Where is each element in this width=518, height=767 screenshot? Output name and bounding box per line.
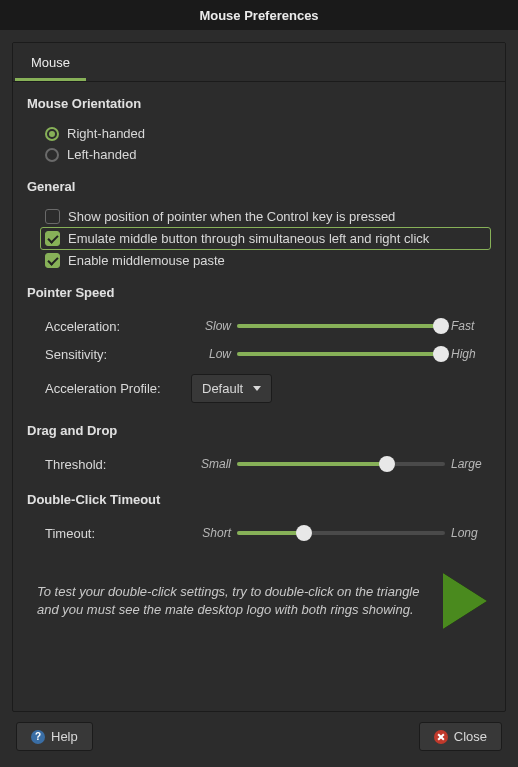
tab-content: Mouse Orientation Right-handedLeft-hande… [13,82,505,711]
slider-timeout: Timeout:ShortLong [45,519,491,547]
slider-label: Sensitivity: [45,347,185,362]
radio-label: Left-handed [67,147,136,162]
slider-track[interactable] [237,318,445,334]
checkbox-row[interactable]: Emulate middle button through simultaneo… [40,227,491,250]
slider-threshold: Threshold:SmallLarge [45,450,491,478]
general-group: Show position of pointer when the Contro… [27,206,491,271]
slider-sensitivity-: Sensitivity:LowHigh [45,340,491,368]
slider-min-label: Small [191,457,231,471]
play-triangle-icon[interactable] [443,573,487,629]
close-icon [434,730,448,744]
acceleration-profile-row: Acceleration Profile:Default [45,368,491,409]
speed-group: Acceleration:SlowFastSensitivity:LowHigh… [27,312,491,409]
radio-left-handed[interactable]: Left-handed [45,144,491,165]
section-general: General [27,179,491,194]
help-button-label: Help [51,729,78,744]
close-button-label: Close [454,729,487,744]
slider-min-label: Slow [191,319,231,333]
main-panel: Mouse Mouse Orientation Right-handedLeft… [12,42,506,712]
combo-value: Default [202,381,243,396]
slider-min-label: Low [191,347,231,361]
slider-track[interactable] [237,346,445,362]
slider-thumb[interactable] [296,525,312,541]
slider-min-label: Short [191,526,231,540]
radio-label: Right-handed [67,126,145,141]
slider-thumb[interactable] [433,318,449,334]
content-area: Mouse Mouse Orientation Right-handedLeft… [0,30,518,767]
radio-icon [45,148,59,162]
section-pointer-speed: Pointer Speed [27,285,491,300]
checkbox-icon [45,253,60,268]
slider-max-label: Fast [451,319,491,333]
checkbox-icon [45,231,60,246]
combo-label: Acceleration Profile: [45,381,185,396]
checkbox-row[interactable]: Enable middlemouse paste [45,250,491,271]
slider-label: Acceleration: [45,319,185,334]
slider-thumb[interactable] [433,346,449,362]
checkbox-icon [45,209,60,224]
checkbox-label: Enable middlemouse paste [68,253,225,268]
chevron-down-icon [253,386,261,391]
slider-max-label: Long [451,526,491,540]
section-double-click: Double-Click Timeout [27,492,491,507]
acceleration-profile-combo[interactable]: Default [191,374,272,403]
slider-track[interactable] [237,525,445,541]
slider-acceleration-: Acceleration:SlowFast [45,312,491,340]
window: Mouse Preferences Mouse Mouse Orientatio… [0,0,518,767]
slider-max-label: Large [451,457,491,471]
drag-group: Threshold:SmallLarge [27,450,491,478]
slider-max-label: High [451,347,491,361]
checkbox-row[interactable]: Show position of pointer when the Contro… [45,206,491,227]
radio-right-handed[interactable]: Right-handed [45,123,491,144]
titlebar: Mouse Preferences [0,0,518,30]
dclick-group: Timeout:ShortLong [27,519,491,547]
window-title: Mouse Preferences [199,8,318,23]
help-icon: ? [31,730,45,744]
close-button[interactable]: Close [419,722,502,751]
tab-mouse[interactable]: Mouse [15,47,86,81]
slider-label: Threshold: [45,457,185,472]
double-click-test-text: To test your double-click settings, try … [37,583,427,619]
slider-label: Timeout: [45,526,185,541]
orientation-group: Right-handedLeft-handed [27,123,491,165]
help-button[interactable]: ? Help [16,722,93,751]
slider-track[interactable] [237,456,445,472]
checkbox-label: Show position of pointer when the Contro… [68,209,395,224]
slider-thumb[interactable] [379,456,395,472]
double-click-test: To test your double-click settings, try … [27,567,491,635]
section-mouse-orientation: Mouse Orientation [27,96,491,111]
tab-bar: Mouse [13,43,505,82]
footer: ? Help Close [12,712,506,755]
section-drag-and-drop: Drag and Drop [27,423,491,438]
radio-icon [45,127,59,141]
checkbox-label: Emulate middle button through simultaneo… [68,231,429,246]
